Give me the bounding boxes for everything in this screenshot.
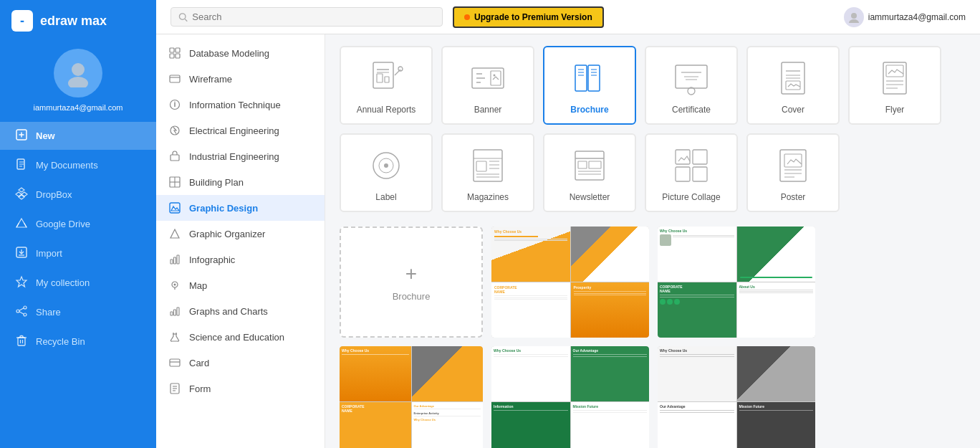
brochure-template-grid-2: Why Choose Us CORPORATE NAME xyxy=(340,346,966,448)
template-cards-row: Annual Reports xyxy=(340,46,966,212)
sidebar-item-dropbox[interactable]: DropBox xyxy=(0,181,156,209)
template-card-magazines[interactable]: Magazines xyxy=(441,133,534,212)
bm-cell: Why Choose Us xyxy=(658,346,736,401)
cat-item-card[interactable]: Card xyxy=(156,350,325,376)
brochure-template-thumb-2[interactable]: Why Choose Us xyxy=(658,227,815,338)
svg-rect-27 xyxy=(176,48,180,52)
svg-point-87 xyxy=(384,163,388,168)
cat-label: Map xyxy=(189,280,207,291)
newsletter-card-icon xyxy=(570,146,609,185)
sidebar-item-new[interactable]: New xyxy=(0,122,156,150)
svg-point-13 xyxy=(24,306,27,309)
certificate-card-icon xyxy=(672,59,711,97)
template-card-poster[interactable]: Poster xyxy=(746,133,840,212)
form-icon xyxy=(168,381,182,396)
bm-cell xyxy=(737,346,816,401)
template-card-annual-reports[interactable]: Annual Reports xyxy=(340,46,433,125)
charts-icon xyxy=(168,304,182,318)
template-card-cover[interactable]: Cover xyxy=(746,46,840,125)
bm-cell: Why Choose Us xyxy=(658,227,736,282)
bm-cell: CORPORATE NAME xyxy=(658,282,736,338)
label-card-icon xyxy=(367,146,405,185)
brochure-card-label: Brochure xyxy=(570,105,608,115)
template-card-flyer[interactable]: Flyer xyxy=(848,46,941,125)
brochure-template-thumb-3[interactable]: Why Choose Us CORPORATE NAME xyxy=(340,346,483,448)
svg-marker-41 xyxy=(170,229,179,238)
cat-item-graphs-and-charts[interactable]: Graphs and Charts xyxy=(156,298,325,324)
template-type-grid: Annual Reports xyxy=(340,46,966,212)
svg-rect-88 xyxy=(474,150,502,181)
brochure-template-thumb-1[interactable]: Why Choose Us xyxy=(491,227,649,338)
cat-item-graphic-organizer[interactable]: Graphic Organizer xyxy=(156,221,325,247)
svg-rect-98 xyxy=(578,161,587,168)
avatar-section: iammurtaza4@gmail.com xyxy=(0,42,156,122)
sidebar-item-recycle-bin[interactable]: Recycle Bin xyxy=(0,328,156,356)
template-card-label[interactable]: Label xyxy=(340,133,433,212)
bm-cell: Our Advantage xyxy=(571,346,650,401)
template-card-picture-collage[interactable]: Picture Collage xyxy=(645,133,738,212)
svg-marker-6 xyxy=(19,188,24,192)
cat-item-information-technique[interactable]: Information Technique xyxy=(156,92,325,118)
svg-point-14 xyxy=(24,313,27,316)
cat-item-science-and-education[interactable]: Science and Education xyxy=(156,324,325,350)
cat-item-wireframe[interactable]: Wireframe xyxy=(156,66,325,92)
dropbox-icon xyxy=(14,187,29,202)
sidebar-item-share-label: Share xyxy=(36,307,61,318)
search-bar[interactable] xyxy=(170,7,443,27)
sidebar-item-recycle-bin-label: Recycle Bin xyxy=(36,336,85,347)
svg-point-24 xyxy=(851,13,857,19)
cat-item-industrial-engineering[interactable]: Industrial Engineering xyxy=(156,143,325,169)
svg-point-34 xyxy=(174,101,175,102)
brochure-template-thumb-5[interactable]: Why Choose Us Our Advantage xyxy=(658,346,815,448)
annual-reports-card-icon xyxy=(367,59,405,97)
upgrade-button[interactable]: Upgrade to Premium Version xyxy=(453,6,604,28)
svg-point-1 xyxy=(68,77,88,87)
svg-rect-99 xyxy=(589,161,601,168)
cat-label: Graphic Organizer xyxy=(189,229,265,239)
svg-rect-61 xyxy=(385,77,389,82)
file-icon xyxy=(14,158,29,173)
svg-rect-48 xyxy=(170,312,173,315)
sidebar-item-my-documents[interactable]: My Documents xyxy=(0,151,156,179)
bm-cell xyxy=(571,227,650,282)
cat-item-electrical-engineering[interactable]: Electrical Engineering xyxy=(156,118,325,143)
svg-point-0 xyxy=(72,63,85,76)
top-header: Upgrade to Premium Version iammurtaza4@g… xyxy=(156,0,980,34)
sidebar-item-google-drive[interactable]: Google Drive xyxy=(0,210,156,238)
poster-card-label: Poster xyxy=(781,192,806,202)
card-icon xyxy=(168,356,182,370)
sidebar-item-import[interactable]: Import xyxy=(0,239,156,267)
brochure-template-thumb-4[interactable]: Why Choose Us Our Advantage xyxy=(491,346,649,448)
cat-item-graphic-design[interactable]: Graphic Design xyxy=(156,195,325,221)
app-logo: - edraw max xyxy=(0,0,156,42)
brochure-new-card[interactable]: + Brochure xyxy=(340,227,483,338)
cat-item-form[interactable]: Form xyxy=(156,376,325,401)
svg-rect-81 xyxy=(886,65,903,77)
svg-rect-104 xyxy=(676,167,690,181)
cat-item-database-modeling[interactable]: Database Modeling xyxy=(156,40,325,66)
information-icon xyxy=(168,97,182,112)
cat-item-map[interactable]: Map xyxy=(156,272,325,298)
cat-item-infographic[interactable]: Infographic xyxy=(156,247,325,272)
sidebar-item-my-collection-label: My collection xyxy=(36,277,90,288)
magazines-card-label: Magazines xyxy=(467,192,509,202)
svg-rect-28 xyxy=(170,54,174,58)
cat-label: Graphs and Charts xyxy=(189,306,268,317)
sidebar-item-share[interactable]: Share xyxy=(0,298,156,326)
sidebar-item-dropbox-label: DropBox xyxy=(36,189,72,200)
svg-rect-58 xyxy=(373,62,393,88)
cat-label: Infographic xyxy=(189,254,235,265)
bm-cell xyxy=(737,227,816,282)
annual-reports-card-label: Annual Reports xyxy=(357,105,416,115)
sidebar-item-google-drive-label: Google Drive xyxy=(36,219,90,229)
search-input[interactable] xyxy=(192,11,435,22)
template-card-newsletter[interactable]: Newsletter xyxy=(543,133,636,212)
flyer-card-label: Flyer xyxy=(885,105,905,115)
template-card-brochure[interactable]: Brochure xyxy=(543,46,636,125)
label-card-label: Label xyxy=(375,192,396,202)
template-card-banner[interactable]: Banner xyxy=(441,46,534,125)
sidebar-item-my-collection[interactable]: My collection xyxy=(0,269,156,297)
svg-rect-96 xyxy=(575,151,604,180)
cat-item-building-plan[interactable]: Building Plan xyxy=(156,169,325,195)
template-card-certificate[interactable]: Certificate xyxy=(645,46,738,125)
